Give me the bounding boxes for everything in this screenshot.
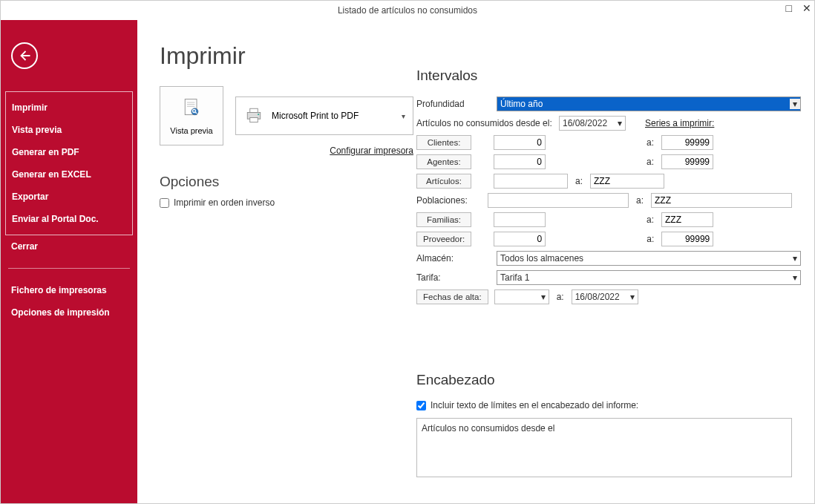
tarifa-value: Tarifa 1: [500, 272, 529, 283]
sidebar-item-vista-previa[interactable]: Vista previa: [6, 119, 132, 141]
poblaciones-label: Poblaciones:: [416, 195, 482, 206]
poblaciones-to-input[interactable]: [651, 193, 792, 208]
svg-rect-8: [250, 108, 258, 112]
almacen-value: Todos los almacenes: [500, 253, 583, 264]
series-imprimir-link[interactable]: Series a imprimir:: [645, 118, 714, 128]
since-date-input[interactable]: 16/08/2022▾: [559, 116, 626, 131]
clientes-from-input[interactable]: [494, 135, 546, 150]
profundidad-label: Profundidad: [416, 99, 491, 109]
sidebar-item-imprimir[interactable]: Imprimir: [6, 96, 132, 119]
tarifa-label: Tarifa:: [416, 272, 491, 283]
tarifa-select[interactable]: Tarifa 1 ▾: [497, 270, 801, 285]
profundidad-value: Último año: [500, 99, 543, 109]
sidebar-item-exportar[interactable]: Exportar: [6, 186, 132, 208]
svg-point-10: [258, 113, 259, 114]
agentes-button[interactable]: Agentes:: [416, 154, 471, 169]
encabezado-heading: Encabezado: [416, 372, 802, 388]
sidebar-item-generar-excel[interactable]: Generar en EXCEL: [6, 163, 132, 186]
chevron-down-icon: ▾: [618, 118, 622, 128]
a-label: a:: [645, 215, 655, 225]
proveedor-to-input[interactable]: [661, 232, 713, 246]
page-title: Imprimir: [160, 42, 799, 70]
a-label: a:: [574, 176, 584, 186]
articulos-from-input[interactable]: [494, 174, 568, 189]
chevron-down-icon: ▾: [790, 99, 800, 109]
sidebar-item-enviar-portal[interactable]: Enviar al Portal Doc.: [6, 208, 132, 230]
intervalos-heading: Intervalos: [416, 68, 802, 84]
fechas-alta-to-input[interactable]: 16/08/2022▾: [572, 289, 638, 304]
reverse-order-checkbox[interactable]: [160, 198, 169, 208]
sidebar-item-generar-pdf[interactable]: Generar en PDF: [6, 141, 132, 163]
a-label: a:: [645, 157, 655, 167]
chevron-down-icon: ▾: [630, 292, 635, 302]
familias-to-input[interactable]: [661, 212, 713, 227]
maximize-icon[interactable]: □: [786, 2, 792, 14]
chevron-down-icon: ▾: [793, 272, 797, 283]
encabezado-textarea[interactable]: [416, 418, 792, 477]
a-label: a:: [645, 137, 655, 148]
vista-previa-label: Vista previa: [170, 126, 212, 135]
a-label: a:: [635, 195, 645, 206]
agentes-to-input[interactable]: [661, 154, 713, 169]
familias-button[interactable]: Familias:: [416, 212, 471, 227]
proveedor-button[interactable]: Proveedor:: [416, 232, 471, 246]
fechas-alta-to-value: 16/08/2022: [575, 292, 620, 302]
close-icon[interactable]: ✕: [802, 2, 811, 14]
profundidad-select[interactable]: Último año ▾: [497, 96, 801, 111]
document-preview-icon: [181, 97, 202, 123]
chevron-down-icon: ▾: [541, 292, 546, 302]
sidebar-item-opciones-impresion[interactable]: Opciones de impresión: [1, 301, 137, 324]
clientes-to-input[interactable]: [661, 135, 713, 150]
almacen-label: Almacén:: [416, 253, 491, 264]
articulos-to-input[interactable]: [590, 174, 664, 189]
svg-rect-9: [250, 117, 258, 122]
title-bar: Listado de artículos no consumidos □ ✕: [1, 1, 814, 20]
sidebar: Imprimir Vista previa Generar en PDF Gen…: [1, 20, 137, 503]
printer-name: Microsoft Print to PDF: [272, 111, 359, 121]
configurar-impresora-link[interactable]: Configurar impresora: [235, 145, 413, 156]
incluir-limites-checkbox[interactable]: [416, 401, 426, 410]
chevron-down-icon: ▾: [793, 253, 797, 264]
proveedor-from-input[interactable]: [494, 232, 546, 246]
familias-from-input[interactable]: [494, 212, 546, 227]
printer-select[interactable]: Microsoft Print to PDF ▾: [235, 96, 413, 135]
since-date-value: 16/08/2022: [563, 118, 607, 128]
articulos-button[interactable]: Artículos:: [416, 174, 471, 189]
back-button[interactable]: [11, 42, 38, 69]
window-title: Listado de artículos no consumidos: [338, 5, 477, 16]
fechas-alta-button[interactable]: Fechas de alta:: [416, 289, 488, 304]
clientes-button[interactable]: Clientes:: [416, 135, 471, 150]
almacen-select[interactable]: Todos los almacenes ▾: [497, 251, 801, 266]
chevron-down-icon: ▾: [402, 112, 405, 120]
since-label: Artículos no consumidos desde el:: [416, 118, 553, 128]
agentes-from-input[interactable]: [494, 154, 546, 169]
incluir-limites-row[interactable]: Incluir texto de límites en el encabezad…: [416, 400, 802, 410]
printer-icon: [243, 105, 264, 128]
fechas-alta-from-input[interactable]: ▾: [494, 289, 549, 304]
reverse-order-label: Imprimir en orden inverso: [174, 197, 275, 208]
sidebar-item-cerrar[interactable]: Cerrar: [1, 235, 137, 258]
vista-previa-button[interactable]: Vista previa: [160, 86, 223, 145]
incluir-limites-label: Incluir texto de límites en el encabezad…: [431, 400, 638, 410]
a-label: a:: [645, 234, 655, 244]
sidebar-item-fichero-impresoras[interactable]: Fichero de impresoras: [1, 279, 137, 301]
a-label: a:: [555, 292, 566, 302]
poblaciones-from-input[interactable]: [488, 193, 629, 208]
